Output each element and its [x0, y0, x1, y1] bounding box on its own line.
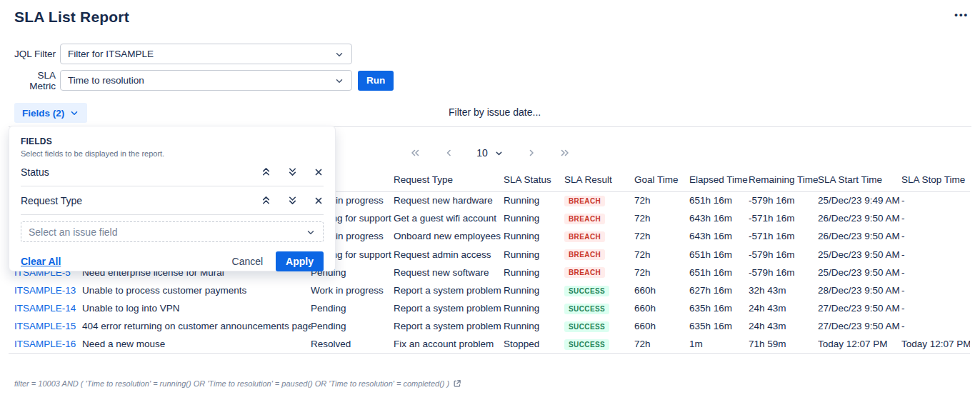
- sla-result-badge: SUCCESS: [564, 304, 609, 314]
- issue-key-link[interactable]: ITSAMPLE-16: [14, 339, 76, 349]
- summary-cell: Unable to process customer payments: [82, 281, 311, 299]
- fields-dropdown-panel: FIELDS Select fields to be displayed in …: [9, 126, 336, 271]
- sla-status-cell: Running: [504, 317, 564, 335]
- remaining-time-cell: -579h 16m: [749, 246, 818, 264]
- sla-result-badge: BREACH: [564, 196, 605, 206]
- request-type-cell: Report a system problem: [394, 281, 504, 299]
- move-down-icon[interactable]: [287, 195, 298, 206]
- issue-date-filter[interactable]: Filter by issue date...: [449, 106, 541, 118]
- chevron-down-icon: [306, 227, 316, 237]
- table-row: ITSAMPLE-13Unable to process customer pa…: [9, 281, 970, 299]
- goal-time-cell: 72h: [634, 246, 689, 264]
- fields-panel-title: FIELDS: [21, 136, 324, 146]
- last-page-button[interactable]: [559, 148, 571, 158]
- table-row: ITSAMPLE-14Unable to log into VPNPending…: [9, 299, 970, 317]
- run-button[interactable]: Run: [358, 71, 394, 91]
- sla-stop-time-cell: Today 12:07 PM: [901, 336, 970, 354]
- sla-start-time-cell: 26/Dec/23 9:50 AM: [818, 227, 901, 245]
- clear-all-link[interactable]: Clear All: [21, 256, 61, 267]
- fields-panel-subtitle: Select fields to be displayed in the rep…: [21, 149, 324, 158]
- next-page-button[interactable]: [527, 148, 536, 158]
- remove-field-icon[interactable]: [314, 167, 324, 177]
- first-page-button[interactable]: [409, 148, 421, 158]
- more-menu-icon[interactable]: •••: [954, 9, 969, 21]
- sla-status-cell: Running: [504, 299, 564, 317]
- apply-button[interactable]: Apply: [276, 251, 324, 271]
- sla-status-cell: Running: [504, 209, 564, 227]
- sla-start-time-cell: 27/Dec/23 9:50 AM: [818, 317, 901, 335]
- field-item-status: Status: [21, 158, 324, 186]
- sla-stop-time-cell: -: [901, 299, 970, 317]
- goal-time-cell: 660h: [634, 299, 689, 317]
- sla-start-time-cell: Today 12:07 PM: [818, 336, 901, 354]
- column-header-elapsed-time: Elapsed Time: [689, 163, 749, 191]
- page-size-select[interactable]: 10: [476, 147, 504, 159]
- chevron-down-icon: [69, 108, 79, 118]
- sla-stop-time-cell: -: [901, 317, 970, 335]
- page-size-value: 10: [476, 147, 488, 159]
- fields-dropdown-button[interactable]: Fields (2): [14, 103, 87, 123]
- issue-key-link[interactable]: ITSAMPLE-15: [14, 321, 76, 331]
- issue-field-placeholder: Select an issue field: [29, 226, 306, 238]
- table-row: ITSAMPLE-15404 error returning on custom…: [9, 317, 970, 335]
- remove-field-icon[interactable]: [314, 196, 324, 206]
- sla-stop-time-cell: -: [901, 246, 970, 264]
- sla-result-badge: SUCCESS: [564, 339, 609, 350]
- table-row: ITSAMPLE-16Need a new mouseResolvedFix a…: [9, 336, 970, 354]
- summary-cell: Need a new mouse: [82, 336, 311, 354]
- request-type-cell: Request new hardware: [394, 191, 504, 209]
- issue-key-link[interactable]: ITSAMPLE-14: [14, 303, 76, 314]
- sla-status-cell: Running: [504, 281, 564, 299]
- sla-status-cell: Stopped: [504, 336, 564, 354]
- jql-footer: filter = 10003 AND ( 'Time to resolution…: [14, 379, 461, 388]
- request-type-cell: Request new software: [394, 264, 504, 281]
- elapsed-time-cell: 651h 16m: [689, 246, 749, 264]
- move-up-icon[interactable]: [261, 195, 271, 206]
- sla-status-cell: Running: [504, 264, 564, 281]
- issue-field-select[interactable]: Select an issue field: [21, 221, 324, 242]
- sla-result-cell: BREACH: [564, 191, 634, 209]
- column-header-request-type: Request Type: [394, 163, 504, 191]
- remaining-time-cell: -571h 16m: [749, 209, 818, 227]
- elapsed-time-cell: 635h 16m: [689, 317, 749, 335]
- elapsed-time-cell: 643h 16m: [689, 209, 749, 227]
- sla-stop-time-cell: -: [901, 227, 970, 245]
- request-type-cell: Report a system problem: [394, 317, 504, 335]
- jql-filter-select[interactable]: Filter for ITSAMPLE: [60, 44, 352, 64]
- issue-key-cell: ITSAMPLE-14: [9, 299, 82, 317]
- move-up-icon[interactable]: [261, 166, 271, 177]
- open-in-new-icon[interactable]: [453, 379, 461, 388]
- double-chevron-right-icon: [559, 148, 571, 158]
- chevron-down-icon: [334, 76, 344, 86]
- column-header-sla-start-time: SLA Start Time: [818, 163, 901, 191]
- status-cell: Work in progress: [311, 281, 394, 299]
- sla-start-time-cell: 26/Dec/23 9:50 AM: [818, 209, 901, 227]
- goal-time-cell: 72h: [634, 264, 689, 281]
- sla-result-cell: BREACH: [564, 209, 634, 227]
- elapsed-time-cell: 635h 16m: [689, 299, 749, 317]
- jql-filter-label: JQL Filter: [14, 49, 56, 59]
- cancel-button[interactable]: Cancel: [232, 256, 264, 267]
- issue-key-link[interactable]: ITSAMPLE-13: [14, 285, 76, 296]
- goal-time-cell: 72h: [634, 191, 689, 209]
- field-item-request-type: Request Type: [21, 186, 324, 215]
- sla-metric-select[interactable]: Time to resolution: [60, 70, 352, 91]
- request-type-cell: Request admin access: [394, 246, 504, 264]
- chevron-right-icon: [527, 148, 536, 158]
- jql-filter-value: Filter for ITSAMPLE: [68, 49, 334, 59]
- goal-time-cell: 72h: [634, 336, 689, 354]
- jql-footer-text: filter = 10003 AND ( 'Time to resolution…: [14, 379, 449, 388]
- prev-page-button[interactable]: [444, 148, 453, 158]
- fields-button-label: Fields (2): [22, 108, 64, 119]
- request-type-cell: Report a system problem: [394, 299, 504, 317]
- request-type-cell: Get a guest wifi account: [394, 209, 504, 227]
- sla-start-time-cell: 28/Dec/23 9:50 AM: [818, 281, 901, 299]
- sla-result-cell: SUCCESS: [564, 317, 634, 335]
- field-item-label: Request Type: [21, 195, 245, 206]
- field-item-label: Status: [21, 166, 245, 178]
- sla-result-cell: BREACH: [564, 264, 634, 281]
- elapsed-time-cell: 651h 16m: [689, 264, 749, 281]
- remaining-time-cell: 24h 43m: [749, 317, 818, 335]
- request-type-cell: Onboard new employees: [394, 227, 504, 245]
- move-down-icon[interactable]: [287, 166, 298, 177]
